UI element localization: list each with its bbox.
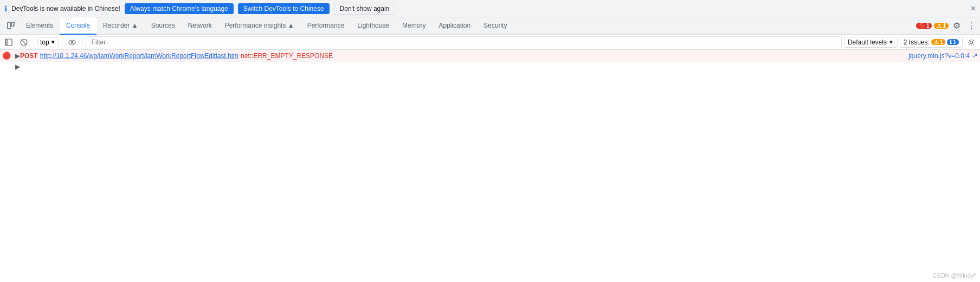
clear-console-button[interactable] [17,37,30,48]
watermark: CSDN @Windy² [932,272,976,279]
info-bar: ℹ DevTools is now available in Chinese! … [0,0,980,17]
external-link-icon[interactable]: ↗ [972,52,978,60]
console-content: 🔴 ▶ POST http://10.1.24.46/wp/iamWorkRep… [0,50,980,282]
chevron-down-icon: ▼ [888,39,894,45]
expand-arrow-icon[interactable]: ▶ [15,52,20,60]
console-expand-row: ▶ [0,62,980,74]
info-text: DevTools is now available in Chinese! [11,5,120,12]
switch-chinese-button[interactable]: Switch DevTools to Chinese [238,3,330,14]
tab-performance-insights[interactable]: Performance insights ▲ [218,17,301,35]
more-options-button[interactable]: ⋮ [965,18,978,33]
svg-point-7 [71,41,73,43]
svg-rect-1 [11,22,14,26]
svg-rect-3 [5,39,8,46]
error-indicator: 🔴 [2,52,11,60]
chevron-down-icon: ▼ [50,39,56,45]
tab-security[interactable]: Security [477,17,513,35]
toolbar-divider3 [82,37,82,47]
console-settings-button[interactable] [965,37,978,48]
console-toolbar: top ▼ Default levels ▼ 2 Issues: ⚠ 1 ℹ 1 [0,35,980,50]
error-source[interactable]: jquery.min.js?v=0.0:4 ↗ [908,52,978,60]
tab-bar: Elements Console Recorder ▲ Sources Netw… [0,17,980,35]
dismiss-button[interactable]: Don't show again [334,3,396,15]
tab-recorder[interactable]: Recorder ▲ [96,17,145,35]
svg-line-5 [22,40,26,44]
context-selector[interactable]: top ▼ [37,37,59,47]
console-error-row: 🔴 ▶ POST http://10.1.24.46/wp/iamWorkRep… [0,50,980,62]
tab-application[interactable]: Application [432,17,477,35]
context-label: top [40,39,49,46]
tab-console[interactable]: Console [60,17,96,35]
tab-memory[interactable]: Memory [396,17,432,35]
tab-elements[interactable]: Elements [20,17,60,35]
filter-input[interactable] [89,37,838,47]
issues-blue-badge: ℹ 1 [947,39,959,45]
error-url-link[interactable]: http://10.1.24.46/wp/iamWorkReport/iamWo… [40,52,238,60]
tab-network[interactable]: Network [182,17,218,35]
match-language-button[interactable]: Always match Chrome's language [125,3,234,14]
error-message: net::ERR_EMPTY_RESPONSE [241,52,333,60]
toolbar-divider2 [62,37,62,47]
toolbar-right: Default levels ▼ 2 Issues: ⚠ 1 ℹ 1 [844,37,978,48]
error-badge: 🔴 1 [916,23,932,29]
expand-sub-arrow-icon[interactable]: ▶ [4,63,20,70]
issues-yellow-badge: ⚠ 1 [931,39,946,45]
http-method-label: POST [20,52,38,60]
dock-icon-button[interactable] [2,37,15,48]
filter-wrap[interactable] [86,36,842,48]
warning-badge: ⚠ 1 [934,23,949,29]
tab-lighthouse[interactable]: Lighthouse [351,17,396,35]
info-icon: ℹ [4,4,7,13]
svg-point-8 [970,41,973,43]
toolbar-divider [34,37,34,47]
tab-sources[interactable]: Sources [145,17,182,35]
tab-inspector-icon[interactable] [2,17,20,35]
tab-performance[interactable]: Performance [301,17,351,35]
issues-counter[interactable]: 2 Issues: ⚠ 1 ℹ 1 [900,37,963,48]
tab-bar-right: 🔴 1 ⚠ 1 ⚙ ⋮ [916,18,978,33]
default-levels-button[interactable]: Default levels ▼ [844,37,898,48]
svg-rect-0 [8,22,10,29]
close-infobar-button[interactable]: × [971,4,976,14]
settings-button[interactable]: ⚙ [951,18,963,33]
eye-icon-button[interactable] [66,37,79,48]
